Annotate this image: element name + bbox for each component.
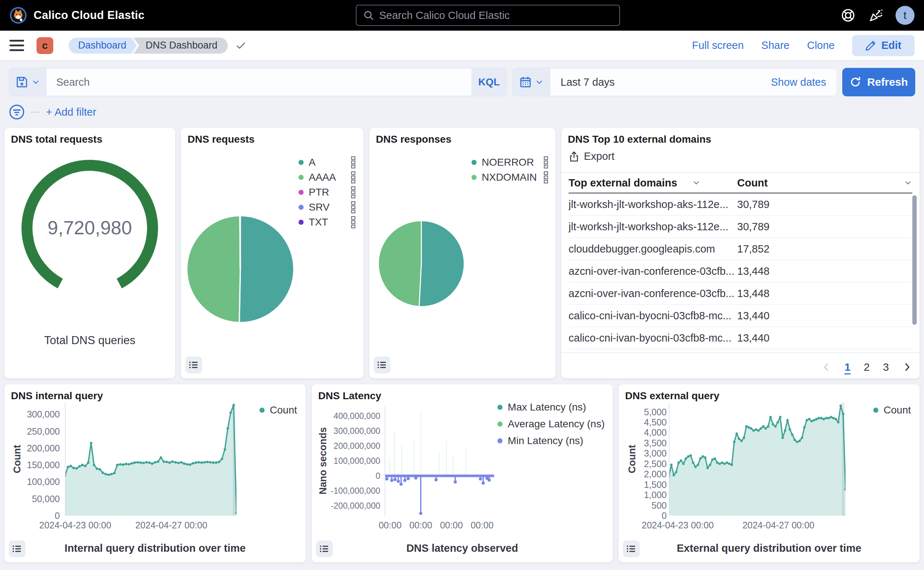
panel-title[interactable]: DNS requests bbox=[188, 133, 255, 145]
next-page-icon[interactable] bbox=[902, 362, 912, 372]
table-row: azcni-over-ivan-conference-03cfb...13,44… bbox=[568, 282, 912, 305]
legend-item[interactable]: PTR bbox=[299, 187, 356, 198]
legend-label: NXDOMAIN bbox=[482, 172, 537, 183]
legend-item[interactable]: SRV bbox=[299, 202, 356, 213]
whats-new-icon[interactable] bbox=[868, 7, 884, 23]
export-button[interactable]: Export bbox=[568, 150, 614, 162]
domain-cell: azcni-over-ivan-conference-03cfb... bbox=[568, 265, 737, 277]
menu-icon[interactable] bbox=[9, 40, 24, 51]
legend-item[interactable]: Average Latency (ns) bbox=[497, 418, 605, 429]
legend-actions-icon[interactable] bbox=[350, 156, 356, 169]
legend-actions-icon[interactable] bbox=[543, 156, 549, 169]
app-title: Calico Cloud Elastic bbox=[34, 9, 144, 22]
legend-item[interactable]: AAAA bbox=[299, 172, 356, 183]
global-search[interactable] bbox=[356, 5, 620, 26]
requests-pie-chart[interactable] bbox=[185, 213, 296, 325]
search-input[interactable] bbox=[56, 76, 462, 88]
legend-item[interactable]: Max Latency (ns) bbox=[497, 402, 605, 413]
legend-item[interactable]: A bbox=[299, 157, 356, 168]
legend-label: NOERROR bbox=[482, 156, 534, 168]
responses-pie-chart[interactable] bbox=[377, 219, 466, 308]
y-axis-tick-label: 4,000 bbox=[644, 428, 667, 438]
table-row: azcni-over-ivan-conference-03cfb...13,44… bbox=[568, 260, 912, 282]
panel-title[interactable]: DNS total requests bbox=[11, 133, 103, 145]
user-avatar[interactable]: t bbox=[895, 6, 915, 25]
legend-label: TXT bbox=[309, 216, 328, 228]
legend-label: AAAA bbox=[309, 172, 336, 183]
legend-actions-icon[interactable] bbox=[350, 171, 356, 184]
panel-title[interactable]: DNS Top 10 external domains bbox=[568, 133, 711, 145]
legend: Max Latency (ns)Average Latency (ns)Min … bbox=[497, 402, 605, 446]
internal-query-chart[interactable] bbox=[65, 403, 236, 516]
y-axis-tick-label: 0 bbox=[375, 471, 380, 481]
show-dates-button[interactable]: Show dates bbox=[771, 76, 826, 88]
legend-actions-icon[interactable] bbox=[350, 201, 356, 213]
y-axis-tick-label: 3,000 bbox=[644, 448, 667, 459]
legend-item[interactable]: TXT bbox=[299, 217, 356, 228]
panel-top-external-domains: DNS Top 10 external domains Export Top e… bbox=[561, 128, 919, 378]
global-search-input[interactable] bbox=[379, 9, 613, 21]
external-query-chart[interactable] bbox=[669, 403, 846, 516]
legend-swatch bbox=[299, 220, 303, 225]
edit-button[interactable]: Edit bbox=[852, 35, 915, 56]
clone-button[interactable]: Clone bbox=[807, 40, 835, 51]
panel-title[interactable]: DNS internal query bbox=[11, 390, 103, 402]
legend-actions-icon[interactable] bbox=[350, 186, 356, 199]
y-axis-title: Count bbox=[627, 403, 638, 516]
page-number-button[interactable]: 2 bbox=[864, 361, 870, 373]
panel-title[interactable]: DNS responses bbox=[376, 133, 451, 145]
kql-button[interactable]: KQL bbox=[472, 68, 507, 97]
legend-swatch bbox=[472, 175, 477, 180]
legend-swatch bbox=[497, 405, 503, 410]
legend-item[interactable]: Min Latency (ns) bbox=[497, 435, 605, 446]
prev-page-icon[interactable] bbox=[821, 362, 831, 372]
legend-item[interactable]: NOERROR bbox=[472, 157, 549, 168]
time-range-field[interactable]: Last 7 days Show dates bbox=[550, 69, 837, 96]
legend-label: Count bbox=[270, 405, 297, 416]
table-row: calico-cni-ivan-byocni-03cfb8-mc...13,44… bbox=[568, 305, 912, 327]
list-icon bbox=[319, 544, 329, 554]
page-number-button[interactable]: 3 bbox=[883, 361, 889, 373]
panel-dns-latency: DNS Latency Max Latency (ns)Average Late… bbox=[312, 384, 613, 562]
legend-label: Min Latency (ns) bbox=[508, 435, 583, 447]
panel-list-button[interactable] bbox=[623, 541, 640, 557]
table-scrollbar[interactable] bbox=[912, 195, 917, 325]
saved-query-menu-button[interactable] bbox=[9, 68, 47, 97]
sort-chevron-icon[interactable] bbox=[692, 178, 701, 187]
search-field[interactable] bbox=[47, 69, 472, 96]
panel-list-button[interactable] bbox=[316, 541, 333, 557]
legend-actions-icon[interactable] bbox=[350, 216, 356, 228]
breadcrumb-dashboard[interactable]: Dashboard bbox=[69, 38, 131, 54]
column-header-count[interactable]: Count bbox=[737, 177, 768, 189]
help-icon[interactable] bbox=[840, 7, 856, 23]
sort-chevron-icon[interactable] bbox=[904, 178, 912, 187]
panel-list-button[interactable] bbox=[374, 357, 391, 373]
y-axis-tick-label: 1,500 bbox=[644, 479, 667, 490]
legend-actions-icon[interactable] bbox=[543, 171, 549, 184]
latency-chart[interactable] bbox=[385, 406, 494, 516]
share-button[interactable]: Share bbox=[761, 40, 789, 51]
count-cell: 13,440 bbox=[737, 332, 912, 344]
time-picker-menu-button[interactable] bbox=[512, 68, 550, 97]
column-header-domains[interactable]: Top external domains bbox=[568, 177, 677, 189]
filter-icon[interactable] bbox=[9, 104, 25, 120]
panel-list-button[interactable] bbox=[185, 357, 202, 373]
space-badge[interactable]: c bbox=[37, 37, 53, 54]
panel-list-button[interactable] bbox=[9, 541, 26, 557]
legend-label: Average Latency (ns) bbox=[508, 418, 605, 430]
legend-item[interactable]: NXDOMAIN bbox=[472, 172, 549, 183]
y-axis-tick-label: 1,000 bbox=[644, 490, 667, 500]
count-cell: 17,852 bbox=[737, 243, 912, 255]
add-filter-button[interactable]: + Add filter bbox=[46, 106, 97, 118]
full-screen-button[interactable]: Full screen bbox=[692, 40, 744, 51]
calendar-icon bbox=[519, 76, 532, 88]
legend-item[interactable]: Count bbox=[259, 405, 297, 416]
panel-title[interactable]: DNS Latency bbox=[318, 390, 382, 402]
export-icon bbox=[568, 151, 579, 162]
legend-item[interactable]: Count bbox=[873, 405, 911, 416]
refresh-button[interactable]: Refresh bbox=[842, 68, 915, 97]
x-axis-ticks: 2024-04-23 00:002024-04-27 00:00 bbox=[669, 520, 846, 532]
y-axis-tick-label: 250,000 bbox=[27, 426, 60, 437]
page-number-button[interactable]: 1 bbox=[844, 361, 850, 373]
panel-title[interactable]: DNS external query bbox=[625, 390, 719, 402]
